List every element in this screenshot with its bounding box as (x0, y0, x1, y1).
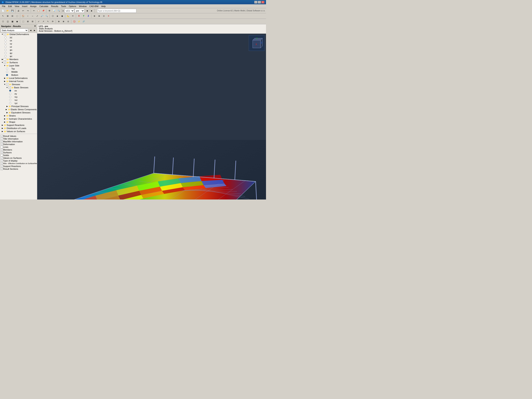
tb3-5[interactable]: ⬚ (21, 19, 25, 24)
nav-arrow-right[interactable]: ▶ (33, 29, 36, 32)
tree-result-values[interactable]: Result Values (0, 135, 37, 137)
tree-local-def[interactable]: ▶ 📁 Local Deformations (0, 76, 37, 80)
expand-elastic[interactable]: ▶ (5, 108, 8, 111)
tb3-12[interactable]: ⊕ (57, 19, 61, 24)
radio-u[interactable] (5, 37, 6, 38)
tree-values-on-surf[interactable]: Values on Surfaces (0, 157, 37, 159)
new-btn[interactable]: 📄 (1, 9, 5, 13)
radio-phiz[interactable] (5, 55, 6, 57)
tree-strains[interactable]: ▶ 📁 Strains (0, 114, 37, 117)
menu-insert[interactable]: Insert (21, 5, 29, 8)
expand-isotropic[interactable]: ▶ (4, 118, 6, 120)
snap-btn2[interactable]: ⊗ (97, 14, 101, 18)
tb3-6[interactable]: ⊞ (26, 19, 30, 24)
tree-phiz[interactable]: φz (0, 55, 37, 58)
tree-txy[interactable]: τxy (0, 95, 37, 99)
expand-surfaces[interactable]: ▼ (1, 61, 4, 64)
cb-global-def[interactable] (4, 33, 6, 35)
tb3-8[interactable]: ⤢ (36, 19, 41, 24)
axis-y[interactable]: Y (82, 14, 86, 18)
tb3-7[interactable]: ⊟ (30, 19, 35, 24)
tree-tyz[interactable]: τyz (0, 102, 37, 105)
sel-btn3[interactable]: ⊟ (10, 14, 14, 18)
menu-edit[interactable]: Edit (7, 5, 13, 8)
tree-isotropic[interactable]: ▶ 📁 Isotropic Characteristics (0, 117, 37, 120)
menu-results[interactable]: Results (50, 5, 60, 8)
expand-local-def[interactable]: ▶ (4, 77, 6, 79)
tree-stresses[interactable]: ▼ 📁 Stresses (0, 83, 37, 86)
cb-solids[interactable] (0, 154, 3, 156)
sel-btn4[interactable]: ⬚ (15, 14, 19, 18)
tree-solids[interactable]: Solids (0, 154, 37, 157)
menu-file[interactable]: File (1, 5, 7, 8)
tree-ribs[interactable]: Ribs - Effective Contribution on Surface… (0, 162, 37, 165)
view-btn2[interactable]: ↕ (26, 14, 30, 18)
nav-cube[interactable]: X Z Y (249, 35, 264, 51)
expand-basic-stress[interactable]: ▼ (6, 86, 8, 89)
expand-members[interactable]: ▶ (1, 58, 4, 61)
tree-surfaces-list[interactable]: Surfaces (0, 151, 37, 154)
edit-btn[interactable]: ✏ (71, 14, 75, 18)
keyword-search[interactable] (97, 9, 136, 13)
radio-tyz[interactable] (9, 102, 11, 104)
menu-view[interactable]: View (13, 5, 21, 8)
tree-members[interactable]: ▶ 📁 Members (0, 58, 37, 61)
cb-stresses[interactable] (6, 83, 8, 86)
tree-sy[interactable]: σy (0, 92, 37, 95)
static-analysis-dropdown[interactable]: Static Analysis (1, 29, 28, 32)
tree-ux[interactable]: ux (0, 39, 37, 42)
menu-options[interactable]: Options (68, 5, 77, 8)
axis-x[interactable]: X (77, 14, 81, 18)
cb-ribs[interactable] (0, 162, 3, 165)
radio-sy[interactable] (9, 93, 11, 95)
tree-shape[interactable]: ▶ 📁 Shape (0, 120, 37, 124)
radio-ux[interactable] (5, 40, 6, 42)
view-btn1[interactable]: 🏠 (21, 14, 25, 18)
tb6[interactable]: 🔍 (57, 9, 61, 13)
tree-support-react[interactable]: Support Reactions (0, 165, 37, 168)
cb-support-react[interactable] (0, 165, 3, 167)
save-btn[interactable]: 💾 (10, 9, 14, 13)
expand-principal[interactable]: ▶ (6, 105, 8, 107)
cb-deformation[interactable] (0, 143, 3, 145)
cb-surfaces-list[interactable] (0, 151, 3, 154)
expand-dist-loads[interactable]: ▶ (1, 127, 4, 129)
menu-assign[interactable]: Assign (29, 5, 38, 8)
tb4[interactable]: ⚙ (47, 9, 51, 13)
cb-members[interactable] (4, 58, 6, 61)
cb-title-info[interactable] (0, 138, 3, 140)
tree-u[interactable]: |u| (0, 36, 37, 39)
cb-result-sections[interactable] (0, 168, 3, 170)
expand-shape[interactable]: ▶ (4, 121, 6, 123)
expand-internal[interactable]: ▶ (4, 80, 6, 82)
maximize-button[interactable]: □ (258, 1, 261, 4)
expand-stresses[interactable]: ▼ (4, 83, 6, 86)
tb3-9[interactable]: ↗ (41, 19, 45, 24)
radio-bottom[interactable] (6, 74, 8, 76)
menu-window[interactable]: Window (78, 5, 88, 8)
cb-members-list[interactable] (0, 149, 3, 151)
view-btn3[interactable]: ↔ (30, 14, 35, 18)
tree-equiv[interactable]: ▶ 📁 Equivalent Stresses (0, 111, 37, 114)
tree-sx[interactable]: σx (0, 89, 37, 92)
tree-uy[interactable]: uy (0, 42, 37, 45)
cb-lines[interactable] (0, 146, 3, 148)
measure-btn[interactable]: 📐 (66, 14, 70, 18)
view-btn4[interactable]: ⤢ (35, 14, 39, 18)
axis-z[interactable]: Z (86, 14, 90, 18)
tree-txz[interactable]: τxz (0, 99, 37, 102)
expand-layer-side[interactable]: ▼ (4, 64, 6, 67)
tb3-2[interactable]: ◫ (6, 19, 10, 24)
expand-support[interactable]: ▶ (1, 124, 4, 126)
tree-internal-forces[interactable]: ▶ 📁 Internal Forces (0, 80, 37, 83)
render-btn2[interactable]: ◈ (55, 14, 60, 18)
view-btn5[interactable]: 🔎 (40, 14, 44, 18)
tb5[interactable]: 📊 (52, 9, 56, 13)
open-btn[interactable]: 📂 (6, 9, 10, 13)
tree-values-surfaces[interactable]: ▶ 📁 Values on Surfaces (0, 130, 37, 133)
tb3-15[interactable]: 🚫 (72, 19, 76, 24)
menu-tools[interactable]: Tools (60, 5, 67, 8)
radio-txy[interactable] (9, 96, 11, 98)
tree-lines[interactable]: Lines (0, 146, 37, 148)
tree-principal[interactable]: ▶ 📁 Principal Stresses (0, 105, 37, 108)
